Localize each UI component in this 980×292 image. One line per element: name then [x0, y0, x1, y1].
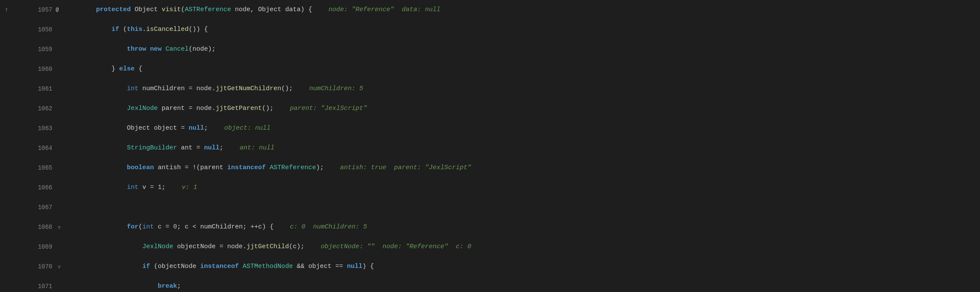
- line-number: 1063: [13, 119, 56, 138]
- code-line: 1069 JexlNode objectNode = node.jjtGetCh…: [0, 237, 980, 257]
- code-line: 1063 Object object = null; object: null: [0, 119, 980, 138]
- gutter-left: [0, 178, 13, 198]
- line-number-text: 1058: [38, 26, 52, 33]
- code-content: Object object = null; object: null: [77, 119, 980, 138]
- code-content: if (this.isCancelled()) {: [77, 20, 980, 40]
- code-content: JexlNode objectNode = node.jjtGetChild(c…: [77, 237, 980, 257]
- fold-placeholder: [56, 184, 63, 191]
- fold-placeholder: [56, 164, 63, 171]
- code-content: int v = 1; v: 1: [77, 178, 980, 198]
- code-line: 1064 StringBuilder ant = null; ant: null: [0, 138, 980, 158]
- line-number: 1061: [13, 79, 56, 99]
- code-line: 1067: [0, 198, 980, 217]
- fold-placeholder: [56, 26, 63, 33]
- gutter-left: [0, 20, 13, 40]
- code-content: [77, 198, 980, 217]
- line-number: 1067: [13, 198, 56, 217]
- fold-placeholder: [56, 125, 63, 132]
- code-content: StringBuilder ant = null; ant: null: [77, 138, 980, 158]
- gutter-left: [0, 40, 13, 59]
- code-line: 1066 int v = 1; v: 1: [0, 178, 980, 198]
- line-decorations: [56, 20, 77, 40]
- code-content: if (objectNode instanceof ASTMethodNode …: [77, 257, 980, 277]
- bookmark-icon[interactable]: @: [56, 7, 59, 13]
- code-line: 1065 boolean antish = !(parent instanceo…: [0, 158, 980, 178]
- line-decorations: [56, 138, 77, 158]
- code-line: 1062 JexlNode parent = node.jjtGetParent…: [0, 99, 980, 119]
- line-number-text: 1071: [38, 283, 52, 290]
- line-number: 1070: [13, 257, 56, 277]
- code-line: 1071 break;: [0, 277, 980, 292]
- fold-placeholder: [56, 66, 63, 73]
- line-number-text: 1059: [38, 46, 52, 53]
- gutter-left: [0, 237, 13, 257]
- line-number-text: 1066: [38, 184, 52, 191]
- gutter-left: ↑: [0, 0, 13, 20]
- gutter-left: [0, 158, 13, 178]
- line-decorations: [56, 119, 77, 138]
- line-number-text: 1064: [38, 145, 52, 152]
- line-decorations: [56, 237, 77, 257]
- line-number-text: 1068: [38, 224, 52, 231]
- fold-icon[interactable]: ▽: [56, 263, 63, 270]
- code-content: } else {: [77, 59, 980, 79]
- code-editor: ↑1057@ protected Object visit(ASTReferen…: [0, 0, 980, 292]
- code-content: boolean antish = !(parent instanceof AST…: [77, 158, 980, 178]
- line-number-text: 1067: [38, 204, 52, 211]
- line-decorations: [56, 277, 77, 292]
- gutter-left: [0, 99, 13, 119]
- fold-placeholder: [56, 204, 63, 211]
- line-number: 1058: [13, 20, 56, 40]
- gutter-left: [0, 59, 13, 79]
- line-decorations: [56, 40, 77, 59]
- line-number-text: 1062: [38, 105, 52, 112]
- line-number-text: 1065: [38, 164, 52, 171]
- code-content: JexlNode parent = node.jjtGetParent(); p…: [77, 99, 980, 119]
- line-decorations: [56, 99, 77, 119]
- fold-placeholder: [56, 105, 63, 112]
- code-lines: ↑1057@ protected Object visit(ASTReferen…: [0, 0, 980, 292]
- line-number-text: 1063: [38, 125, 52, 132]
- code-line: 1060 } else {: [0, 59, 980, 79]
- line-decorations: [56, 59, 77, 79]
- line-number: 1057: [13, 0, 56, 20]
- line-decorations: @: [56, 0, 77, 20]
- line-number-text: 1069: [38, 243, 52, 250]
- fold-icon[interactable]: ▽: [56, 224, 63, 231]
- code-line: ↑1057@ protected Object visit(ASTReferen…: [0, 0, 980, 20]
- line-number: 1059: [13, 40, 56, 59]
- gutter-left: [0, 257, 13, 277]
- code-line: 1061 int numChildren = node.jjtGetNumChi…: [0, 79, 980, 99]
- line-decorations: ▽: [56, 217, 77, 237]
- line-number-text: 1070: [38, 263, 52, 270]
- gutter-left: [0, 198, 13, 217]
- line-number-text: 1060: [38, 66, 52, 73]
- line-number: 1068: [13, 217, 56, 237]
- fold-placeholder: [56, 283, 63, 290]
- gutter-left: [0, 138, 13, 158]
- line-number-text: 1061: [38, 85, 52, 92]
- fold-placeholder: [56, 243, 63, 250]
- line-number: 1066: [13, 178, 56, 198]
- line-decorations: ▽: [56, 257, 77, 277]
- fold-placeholder: [56, 85, 63, 92]
- gutter-left: [0, 277, 13, 292]
- code-content: for(int c = 0; c < numChildren; ++c) { c…: [77, 217, 980, 237]
- line-decorations: [56, 158, 77, 178]
- code-line: 1059 throw new Cancel(node);: [0, 40, 980, 59]
- line-number: 1065: [13, 158, 56, 178]
- code-content: int numChildren = node.jjtGetNumChildren…: [77, 79, 980, 99]
- line-decorations: [56, 79, 77, 99]
- current-line-arrow-icon: ↑: [5, 6, 8, 13]
- fold-placeholder: [60, 6, 66, 13]
- line-number: 1069: [13, 237, 56, 257]
- code-line: 1070▽ if (objectNode instanceof ASTMetho…: [0, 257, 980, 277]
- line-number: 1064: [13, 138, 56, 158]
- fold-placeholder: [56, 46, 63, 53]
- code-content: throw new Cancel(node);: [77, 40, 980, 59]
- fold-placeholder: [56, 145, 63, 152]
- gutter-left: [0, 119, 13, 138]
- code-line: 1068▽ for(int c = 0; c < numChildren; ++…: [0, 217, 980, 237]
- line-decorations: [56, 198, 77, 217]
- line-number: 1062: [13, 99, 56, 119]
